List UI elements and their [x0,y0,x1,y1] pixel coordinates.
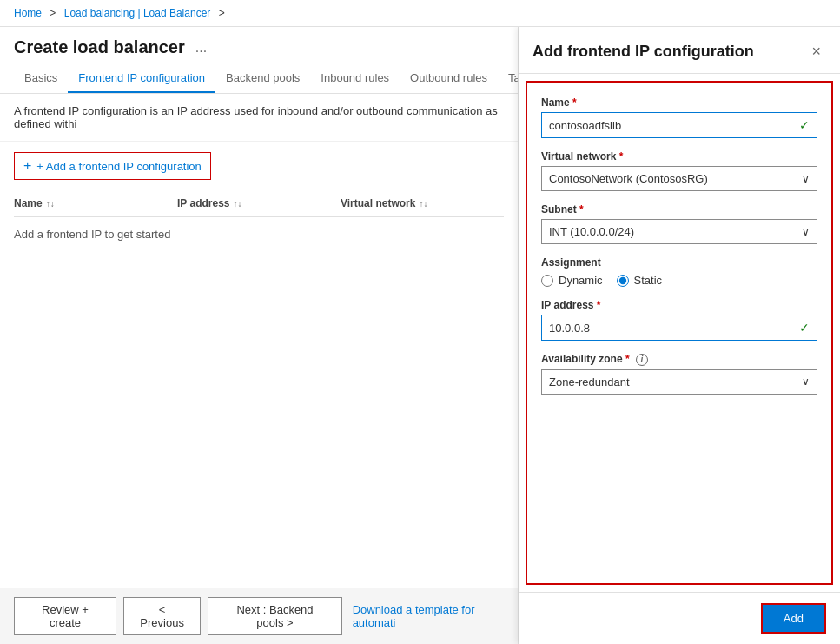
next-button[interactable]: Next : Backend pools > [208,597,341,635]
vnet-chevron-icon: ∨ [802,173,810,185]
assignment-radio-group: Dynamic Static [541,274,817,287]
add-frontend-ip-button[interactable]: + + Add a frontend IP configuration [14,152,211,180]
subnet-value: INT (10.0.0.0/24) [549,225,634,238]
ip-address-input-display[interactable]: 10.0.0.8 ✓ [541,315,817,341]
download-template-link[interactable]: Download a template for automati [353,603,504,629]
add-button[interactable]: Add [761,603,826,634]
tabs-nav: Basics Frontend IP configuration Backend… [0,64,518,94]
name-field-group: Name * contosoadfslib ✓ [541,96,817,138]
assignment-dynamic-radio[interactable] [541,275,553,287]
breadcrumb-home[interactable]: Home [14,7,42,19]
close-flyout-button[interactable]: × [806,41,826,63]
breadcrumb: Home > Load balancing | Load Balancer > [0,0,840,27]
tab-backend-pools[interactable]: Backend pools [215,64,310,93]
ip-address-value: 10.0.0.8 [549,322,590,335]
assignment-static-label[interactable]: Static [617,274,663,287]
page-title: Create load balancer [14,37,185,57]
availability-zone-select[interactable]: Zone-redundant ∨ [541,369,817,395]
virtual-network-value: ContosoNetwork (ContososRG) [549,172,708,185]
add-frontend-ip-flyout: Add frontend IP configuration × Name * c… [519,27,840,644]
col-name: Name ↑↓ [14,197,177,209]
assignment-label: Assignment [541,256,817,269]
subnet-field-group: Subnet * INT (10.0.0.0/24) ∨ [541,203,817,244]
sort-name-icon[interactable]: ↑↓ [46,199,55,209]
availability-zone-label: Availability zone * i [541,353,817,366]
assignment-dynamic-label[interactable]: Dynamic [541,274,603,287]
add-btn-label: + Add a frontend IP configuration [36,160,201,173]
breadcrumb-parent[interactable]: Load balancing | Load Balancer [64,7,211,19]
assignment-static-radio[interactable] [617,275,629,287]
page-footer: Review + create < Previous Next : Backen… [0,588,518,644]
ip-required-indicator: * [597,299,601,311]
table-header: Name ↑↓ IP address ↑↓ Virtual network ↑↓ [14,190,504,217]
flyout-header: Add frontend IP configuration × [519,27,840,74]
vnet-required-indicator: * [619,150,624,163]
breadcrumb-sep2: > [219,7,225,19]
assignment-dynamic-text: Dynamic [559,274,603,287]
virtual-network-field-group: Virtual network * ContosoNetwork (Contos… [541,150,817,191]
sort-vnet-icon[interactable]: ↑↓ [419,199,427,209]
az-required-indicator: * [625,353,630,365]
az-chevron-icon: ∨ [802,375,810,388]
ip-valid-icon: ✓ [799,321,810,335]
frontend-ip-table: Name ↑↓ IP address ↑↓ Virtual network ↑↓… [0,190,518,588]
availability-zone-field-group: Availability zone * i Zone-redundant ∨ [541,353,817,395]
col-virtual-network: Virtual network ↑↓ [341,197,504,209]
name-required-indicator: * [572,96,577,109]
assignment-field-group: Assignment Dynamic Static [541,256,817,287]
subnet-required-indicator: * [579,203,584,216]
assignment-static-text: Static [634,274,663,287]
tab-frontend-ip[interactable]: Frontend IP configuration [68,64,215,93]
review-create-button[interactable]: Review + create [14,597,116,635]
previous-button[interactable]: < Previous [123,597,201,635]
breadcrumb-sep1: > [50,7,56,19]
sort-ip-icon[interactable]: ↑↓ [233,199,241,209]
ellipsis-button[interactable]: ... [192,38,210,57]
name-value: contosoadfslib [549,119,621,132]
plus-icon: + [23,158,31,174]
subnet-label: Subnet * [541,203,817,216]
name-input-display[interactable]: contosoadfslib ✓ [541,112,817,138]
tab-outbound-rules[interactable]: Outbound rules [400,64,498,93]
ip-address-label: IP address * [541,299,817,311]
availability-zone-info-icon[interactable]: i [636,354,648,366]
subnet-select[interactable]: INT (10.0.0.0/24) ∨ [541,219,817,244]
tab-tags[interactable]: Tags [498,64,519,93]
name-label: Name * [541,96,817,109]
col-ip-address: IP address ↑↓ [177,197,341,209]
subnet-chevron-icon: ∨ [802,226,810,238]
flyout-form: Name * contosoadfslib ✓ Virtual network … [526,81,833,585]
availability-zone-value: Zone-redundant [549,375,630,388]
virtual-network-label: Virtual network * [541,150,817,163]
ip-address-field-group: IP address * 10.0.0.8 ✓ [541,299,817,341]
flyout-footer: Add [519,592,840,644]
flyout-title: Add frontend IP configuration [532,43,754,61]
name-valid-icon: ✓ [799,118,810,132]
tab-basics[interactable]: Basics [14,64,68,93]
tab-inbound-rules[interactable]: Inbound rules [310,64,400,93]
virtual-network-select[interactable]: ContosoNetwork (ContososRG) ∨ [541,166,817,191]
table-empty-message: Add a frontend IP to get started [14,217,504,251]
tab-description: A frontend IP configuration is an IP add… [0,94,518,142]
